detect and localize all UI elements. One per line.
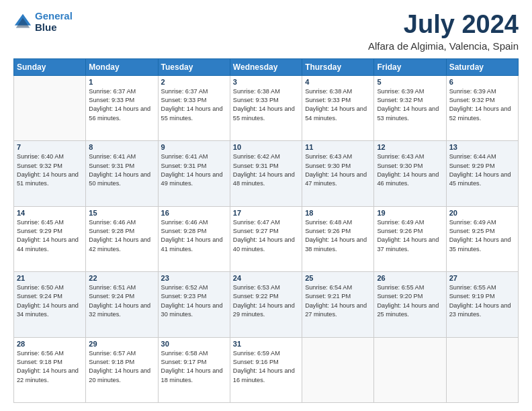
logo: General Blue [13,11,73,33]
calendar-day-cell: 18Sunrise: 6:48 AMSunset: 9:26 PMDayligh… [302,206,374,271]
calendar-day-cell: 5Sunrise: 6:39 AMSunset: 9:32 PMDaylight… [374,75,446,140]
day-number: 27 [449,274,515,282]
calendar-day-cell [14,75,86,140]
day-number: 1 [89,78,154,86]
calendar-day-cell: 4Sunrise: 6:38 AMSunset: 9:33 PMDaylight… [302,75,374,140]
header: General Blue July 2024 Alfara de Algimia… [13,11,519,52]
calendar-week-row: 21Sunrise: 6:50 AMSunset: 9:24 PMDayligh… [14,272,519,337]
calendar-day-cell: 27Sunrise: 6:55 AMSunset: 9:19 PMDayligh… [446,272,518,337]
calendar-day-cell: 23Sunrise: 6:52 AMSunset: 9:23 PMDayligh… [158,272,230,337]
day-number: 11 [305,143,371,151]
day-info: Sunrise: 6:47 AMSunset: 9:27 PMDaylight:… [233,218,299,254]
calendar-day-cell [374,337,446,402]
page: General Blue July 2024 Alfara de Algimia… [0,0,532,411]
day-number: 16 [161,209,227,217]
day-number: 7 [17,143,83,151]
calendar-day-cell [446,337,518,402]
weekday-header: Tuesday [158,58,230,75]
day-number: 12 [377,143,443,151]
weekday-header: Wednesday [230,58,302,75]
day-number: 9 [161,143,227,151]
day-number: 26 [377,274,443,282]
day-number: 30 [161,340,227,348]
day-number: 6 [449,78,515,86]
day-info: Sunrise: 6:56 AMSunset: 9:18 PMDaylight:… [17,349,83,385]
weekday-header: Friday [374,58,446,75]
day-number: 20 [449,209,515,217]
day-info: Sunrise: 6:41 AMSunset: 9:31 PMDaylight:… [89,152,154,188]
day-number: 8 [89,143,154,151]
calendar-day-cell: 26Sunrise: 6:55 AMSunset: 9:20 PMDayligh… [374,272,446,337]
day-info: Sunrise: 6:39 AMSunset: 9:32 PMDaylight:… [377,87,443,123]
calendar-day-cell: 19Sunrise: 6:49 AMSunset: 9:26 PMDayligh… [374,206,446,271]
day-number: 24 [233,274,299,282]
calendar-header-row: SundayMondayTuesdayWednesdayThursdayFrid… [14,58,519,75]
day-number: 3 [233,78,299,86]
calendar-day-cell: 8Sunrise: 6:41 AMSunset: 9:31 PMDaylight… [86,141,158,206]
day-number: 28 [17,340,83,348]
day-number: 31 [233,340,299,348]
day-info: Sunrise: 6:49 AMSunset: 9:26 PMDaylight:… [377,218,443,254]
calendar-week-row: 1Sunrise: 6:37 AMSunset: 9:33 PMDaylight… [14,75,519,140]
calendar-day-cell: 1Sunrise: 6:37 AMSunset: 9:33 PMDaylight… [86,75,158,140]
calendar-day-cell: 30Sunrise: 6:58 AMSunset: 9:17 PMDayligh… [158,337,230,402]
day-info: Sunrise: 6:39 AMSunset: 9:32 PMDaylight:… [449,87,515,123]
calendar-day-cell: 24Sunrise: 6:53 AMSunset: 9:22 PMDayligh… [230,272,302,337]
day-info: Sunrise: 6:45 AMSunset: 9:29 PMDaylight:… [17,218,83,254]
day-info: Sunrise: 6:49 AMSunset: 9:25 PMDaylight:… [449,218,515,254]
day-info: Sunrise: 6:51 AMSunset: 9:24 PMDaylight:… [89,283,154,319]
calendar-day-cell: 6Sunrise: 6:39 AMSunset: 9:32 PMDaylight… [446,75,518,140]
day-info: Sunrise: 6:54 AMSunset: 9:21 PMDaylight:… [305,283,371,319]
day-number: 18 [305,209,371,217]
day-info: Sunrise: 6:38 AMSunset: 9:33 PMDaylight:… [305,87,371,123]
calendar-week-row: 28Sunrise: 6:56 AMSunset: 9:18 PMDayligh… [14,337,519,402]
day-info: Sunrise: 6:41 AMSunset: 9:31 PMDaylight:… [161,152,227,188]
day-info: Sunrise: 6:44 AMSunset: 9:29 PMDaylight:… [449,152,515,188]
calendar-day-cell: 11Sunrise: 6:43 AMSunset: 9:30 PMDayligh… [302,141,374,206]
day-info: Sunrise: 6:37 AMSunset: 9:33 PMDaylight:… [161,87,227,123]
calendar-day-cell: 7Sunrise: 6:40 AMSunset: 9:32 PMDaylight… [14,141,86,206]
day-number: 2 [161,78,227,86]
calendar-day-cell: 16Sunrise: 6:46 AMSunset: 9:28 PMDayligh… [158,206,230,271]
main-title: July 2024 [368,11,519,39]
calendar-day-cell [302,337,374,402]
calendar-day-cell: 14Sunrise: 6:45 AMSunset: 9:29 PMDayligh… [14,206,86,271]
calendar-day-cell: 3Sunrise: 6:38 AMSunset: 9:33 PMDaylight… [230,75,302,140]
day-number: 21 [17,274,83,282]
calendar-day-cell: 2Sunrise: 6:37 AMSunset: 9:33 PMDaylight… [158,75,230,140]
day-number: 14 [17,209,83,217]
day-number: 5 [377,78,443,86]
day-info: Sunrise: 6:46 AMSunset: 9:28 PMDaylight:… [89,218,154,254]
day-number: 25 [305,274,371,282]
calendar-day-cell: 21Sunrise: 6:50 AMSunset: 9:24 PMDayligh… [14,272,86,337]
day-number: 4 [305,78,371,86]
subtitle: Alfara de Algimia, Valencia, Spain [368,40,519,52]
calendar-day-cell: 29Sunrise: 6:57 AMSunset: 9:18 PMDayligh… [86,337,158,402]
calendar-table: SundayMondayTuesdayWednesdayThursdayFrid… [13,58,519,403]
day-info: Sunrise: 6:55 AMSunset: 9:20 PMDaylight:… [377,283,443,319]
day-info: Sunrise: 6:57 AMSunset: 9:18 PMDaylight:… [89,349,154,385]
logo-text: General Blue [35,11,73,33]
day-number: 29 [89,340,154,348]
calendar-day-cell: 25Sunrise: 6:54 AMSunset: 9:21 PMDayligh… [302,272,374,337]
day-number: 17 [233,209,299,217]
day-number: 19 [377,209,443,217]
day-number: 10 [233,143,299,151]
weekday-header: Thursday [302,58,374,75]
weekday-header: Monday [86,58,158,75]
day-info: Sunrise: 6:53 AMSunset: 9:22 PMDaylight:… [233,283,299,319]
day-info: Sunrise: 6:40 AMSunset: 9:32 PMDaylight:… [17,152,83,188]
weekday-header: Sunday [14,58,86,75]
day-info: Sunrise: 6:37 AMSunset: 9:33 PMDaylight:… [89,87,154,123]
weekday-header: Saturday [446,58,518,75]
day-info: Sunrise: 6:58 AMSunset: 9:17 PMDaylight:… [161,349,227,385]
calendar-day-cell: 13Sunrise: 6:44 AMSunset: 9:29 PMDayligh… [446,141,518,206]
calendar-day-cell: 28Sunrise: 6:56 AMSunset: 9:18 PMDayligh… [14,337,86,402]
calendar-day-cell: 22Sunrise: 6:51 AMSunset: 9:24 PMDayligh… [86,272,158,337]
calendar-day-cell: 20Sunrise: 6:49 AMSunset: 9:25 PMDayligh… [446,206,518,271]
day-info: Sunrise: 6:38 AMSunset: 9:33 PMDaylight:… [233,87,299,123]
day-number: 23 [161,274,227,282]
calendar-day-cell: 10Sunrise: 6:42 AMSunset: 9:31 PMDayligh… [230,141,302,206]
calendar-day-cell: 15Sunrise: 6:46 AMSunset: 9:28 PMDayligh… [86,206,158,271]
logo-icon [13,13,32,32]
